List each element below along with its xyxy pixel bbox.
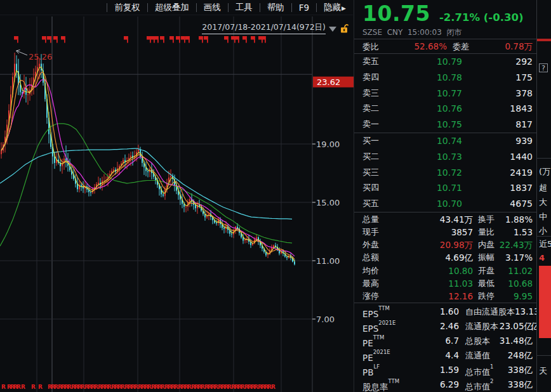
- stat-row: 均价10.80开盘11.02: [362, 265, 533, 277]
- help-icon[interactable]: ?: [539, 63, 548, 72]
- bid-row[interactable]: 买四10.711837: [354, 180, 536, 196]
- level-label: 卖二: [362, 101, 399, 117]
- weibi-label: 委比: [362, 39, 399, 54]
- weibi-row: 委比 52.68% 委差 0.78万: [354, 39, 536, 54]
- market-status-line: SZSE CNY 15:00:03 闭市: [362, 27, 533, 38]
- clipped-label: 中: [539, 211, 547, 223]
- stats-block: 总量43.41万换手1.88%现手3857量比1.53外盘20.98万内盘22.…: [354, 212, 536, 303]
- ask-levels: 卖五10.79292卖四10.78175卖三10.77378卖二10.76184…: [354, 54, 536, 133]
- kline-chart[interactable]: RRRRRRRRRRRRRRRRRRRRRRRRRRRRRRRRRRRRRRRR…: [0, 0, 354, 392]
- stat-label: 现手: [362, 226, 399, 238]
- quote-header: 10.75 -2.71% (-0.30) SZSE CNY 15:00:03 闭…: [354, 0, 536, 39]
- stat-label: 振幅: [473, 251, 495, 264]
- svg-text:25.26: 25.26: [29, 52, 52, 62]
- ask-row[interactable]: 卖四10.78175: [354, 70, 536, 86]
- stock-terminal-window: RRRRRRRRRRRRRRRRRRRRRRRRRRRRRRRRRRRRRRRR…: [0, 0, 551, 392]
- stat-label: 均价: [362, 265, 399, 277]
- svg-text:R: R: [17, 384, 21, 390]
- stat-value: 1.88%: [495, 213, 533, 226]
- toolbar-item-工具[interactable]: 工具: [229, 2, 260, 13]
- toolbar-item-画线[interactable]: 画线: [197, 2, 228, 13]
- fundamental-row: EPS2021E2.46流通股本23.05亿: [362, 319, 533, 334]
- metric-label: 股息率TTM: [362, 377, 421, 392]
- stat-label: 外盘: [362, 238, 399, 251]
- toolbar-item-超级叠加[interactable]: 超级叠加: [148, 2, 196, 13]
- ask-row[interactable]: 卖五10.79292: [354, 54, 536, 70]
- bid-row[interactable]: 买五10.704675: [354, 196, 536, 212]
- level-label: 买三: [362, 165, 399, 181]
- chevron-down-icon[interactable]: [329, 27, 336, 32]
- divider: [537, 158, 551, 159]
- level-volume: 1837: [462, 180, 533, 196]
- level-label: 卖五: [362, 54, 399, 70]
- level-price: 10.78: [399, 70, 462, 86]
- fundamental-row: PETTM6.7总股本31.48亿: [362, 334, 533, 348]
- level-price: 10.75: [399, 117, 462, 133]
- stat-value: 9.95: [495, 290, 533, 303]
- stat-row: 最高11.03最低10.68: [362, 277, 533, 290]
- unlock-icon[interactable]: [340, 23, 349, 34]
- svg-text:R: R: [271, 384, 276, 390]
- stat-row: 外盘20.98万内盘22.43万: [362, 238, 533, 251]
- svg-text:15.00: 15.00: [316, 198, 340, 207]
- level-price: 10.74: [399, 133, 462, 149]
- toolbar-item-帮助[interactable]: 帮助: [260, 2, 291, 13]
- level-price: 10.71: [399, 180, 462, 196]
- fundamental-row: PBLF1.59总市值1338亿: [362, 363, 533, 377]
- svg-text:R: R: [21, 384, 25, 390]
- ask-row[interactable]: 卖二10.761843: [354, 101, 536, 117]
- level-volume: 4675: [462, 196, 533, 212]
- stat-label: 总量: [362, 213, 399, 226]
- toolbar-item-前复权[interactable]: 前复权: [107, 2, 147, 13]
- level-label: 买五: [362, 196, 399, 212]
- clipped-side-panel: ? (万超大中小 近5 4 天: [536, 0, 551, 392]
- level-volume: 817: [462, 117, 533, 133]
- svg-text:R: R: [31, 384, 36, 390]
- stat-label: 量比: [473, 226, 495, 238]
- bid-row[interactable]: 买三10.722419: [354, 165, 536, 181]
- level-volume: 1843: [462, 101, 533, 117]
- svg-text:23.62: 23.62: [317, 77, 340, 87]
- toolbar-item-F9[interactable]: F9: [292, 3, 316, 13]
- stat-label: 总额: [362, 251, 399, 264]
- stat-row: 总额4.69亿振幅3.17%: [362, 251, 533, 264]
- metric-label: 总市值2: [459, 377, 493, 392]
- bid-row[interactable]: 买二10.731440: [354, 149, 536, 165]
- stat-label: 最高: [362, 277, 399, 290]
- ask-row[interactable]: 卖一10.75817: [354, 117, 536, 133]
- stat-label: 涨停: [362, 290, 399, 303]
- bid-levels: 买一10.74939买二10.731440买三10.722419买四10.711…: [354, 133, 536, 212]
- level-price: 10.77: [399, 86, 462, 101]
- toolbar: 前复权超级叠加画线工具帮助F9隐藏▶: [0, 0, 353, 15]
- level-label: 卖三: [362, 86, 399, 101]
- clipped-bottom-label: 天: [539, 365, 547, 377]
- clipped-label: 超: [539, 182, 547, 193]
- level-price: 10.72: [399, 165, 462, 181]
- stat-row: 现手3857量比1.53: [362, 226, 533, 238]
- date-range-control[interactable]: 2017/07/18-2021/07/14(972日): [202, 22, 349, 34]
- svg-text:R: R: [38, 384, 43, 390]
- toolbar-item-隐藏[interactable]: 隐藏▶: [317, 2, 353, 13]
- level-price: 10.73: [399, 149, 462, 165]
- date-range-label[interactable]: 2017/07/18-2021/07/14(972日): [202, 22, 326, 34]
- stat-value: 11.02: [495, 265, 533, 277]
- fundamental-row: EPSTTM1.60自由流通股本13.13亿: [362, 304, 533, 319]
- svg-text:7.00: 7.00: [316, 315, 335, 324]
- level-volume: 175: [462, 70, 533, 86]
- clipped-red-bar: [537, 39, 551, 41]
- last-price: 10.75: [362, 1, 430, 27]
- svg-text:19.00: 19.00: [316, 140, 340, 149]
- change-percent: -2.71%: [439, 11, 480, 23]
- level-volume: 378: [462, 86, 533, 101]
- stat-label: 换手: [473, 213, 495, 226]
- divider: [537, 236, 551, 237]
- ask-row[interactable]: 卖三10.77378: [354, 86, 536, 101]
- stat-label: 开盘: [473, 265, 495, 277]
- stat-label: 内盘: [473, 238, 495, 251]
- clipped-label: 大: [539, 197, 547, 208]
- stat-value: 43.41万: [399, 213, 473, 226]
- bid-row[interactable]: 买一10.74939: [354, 133, 536, 149]
- clipped-label: 小: [539, 225, 547, 237]
- level-volume: 2419: [462, 165, 533, 181]
- stat-value: 11.03: [399, 277, 473, 290]
